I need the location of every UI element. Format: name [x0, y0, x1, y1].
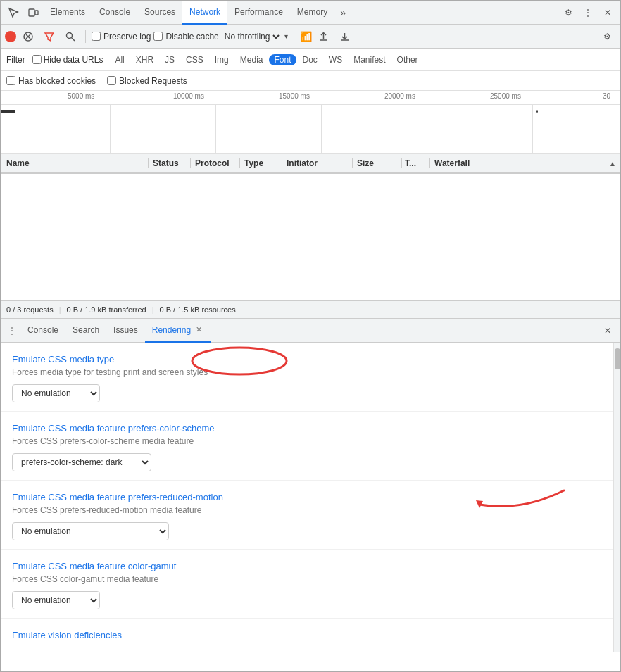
tab-memory[interactable]: Memory: [290, 1, 334, 25]
section-color-gamut: Emulate CSS media feature color-gamut Fo…: [1, 550, 613, 619]
filter-btn-img[interactable]: Img: [210, 54, 234, 65]
wifi-icon[interactable]: 📶: [300, 31, 312, 42]
filter-btn-font[interactable]: Font: [269, 54, 296, 65]
more-tabs-icon[interactable]: »: [336, 4, 350, 21]
waterfall-sort-icon: ▲: [609, 160, 616, 167]
search-icon[interactable]: [61, 27, 80, 46]
section-desc-prefers-color-scheme: Forces CSS prefers-color-scheme media fe…: [12, 436, 602, 446]
tick-20000: 20000 ms: [384, 92, 415, 100]
filter-label: Filter: [6, 55, 25, 65]
tab-elements[interactable]: Elements: [43, 1, 92, 25]
col-header-size[interactable]: Size: [353, 158, 402, 168]
tab-sources[interactable]: Sources: [137, 1, 182, 25]
timeline-bar: [1, 110, 15, 113]
settings-icon[interactable]: ⚙: [558, 3, 578, 23]
prefers-color-scheme-select[interactable]: No emulation prefers-color-scheme: light…: [12, 453, 151, 471]
scrollbar-thumb[interactable]: [615, 348, 620, 369]
timeline-ticks: 5000 ms 10000 ms 15000 ms 20000 ms 25000…: [1, 91, 620, 105]
hide-data-urls-checkbox[interactable]: Hide data URLs: [32, 55, 104, 65]
network-table-body[interactable]: [1, 174, 620, 300]
has-blocked-cookies-checkbox[interactable]: Has blocked cookies: [6, 76, 96, 86]
rendering-tab-close[interactable]: ✕: [194, 325, 203, 335]
tab-performance[interactable]: Performance: [227, 1, 290, 25]
svg-point-6: [67, 32, 73, 38]
color-gamut-select[interactable]: No emulation srgb p3 rec2020: [12, 591, 100, 609]
throttle-select[interactable]: No throttling Fast 3G Slow 3G Offline: [222, 31, 282, 42]
bottom-tab-search[interactable]: Search: [65, 319, 106, 343]
bottom-tab-rendering[interactable]: Rendering ✕: [145, 319, 211, 343]
bottom-tabs-bar: ⋮ Console Search Issues Rendering ✕ ✕: [1, 319, 620, 343]
device-toolbar-icon[interactable]: [23, 3, 43, 23]
blocked-requests-input[interactable]: [107, 76, 116, 85]
bottom-tab-issues[interactable]: Issues: [106, 319, 145, 343]
col-header-protocol[interactable]: Protocol: [191, 158, 240, 168]
requests-count: 0 / 3 requests: [6, 305, 54, 314]
preserve-log-input[interactable]: [92, 32, 101, 41]
close-bottom-panel-icon[interactable]: ✕: [598, 321, 617, 341]
tab-console[interactable]: Console: [92, 1, 137, 25]
filter-btn-js[interactable]: JS: [160, 54, 180, 65]
transferred-size: 0 B / 1.9 kB transferred: [67, 305, 146, 314]
section-desc-prefers-reduced-motion: Forces CSS prefers-reduced-motion media …: [12, 505, 602, 515]
tick-30: 30: [603, 92, 610, 100]
tick-25000: 25000 ms: [490, 92, 521, 100]
col-header-time[interactable]: T...: [402, 158, 430, 168]
hide-data-urls-input[interactable]: [32, 55, 42, 64]
close-devtools-icon[interactable]: ✕: [598, 3, 617, 23]
filter-type-buttons: All XHR JS CSS Img Media Font Doc WS Man…: [110, 54, 422, 65]
section-vision-deficiencies: Emulate vision deficiencies: [1, 619, 613, 652]
drag-handle-icon[interactable]: ⋮: [4, 326, 20, 336]
col-header-name[interactable]: Name: [1, 158, 149, 168]
bottom-tab-console[interactable]: Console: [20, 319, 65, 343]
tab-network[interactable]: Network: [182, 1, 227, 25]
filter-btn-doc[interactable]: Doc: [298, 54, 322, 65]
section-prefers-reduced-motion: Emulate CSS media feature prefers-reduce…: [1, 481, 613, 550]
disable-cache-input[interactable]: [153, 32, 163, 41]
col-header-waterfall[interactable]: Waterfall ▲: [430, 158, 620, 168]
blocked-requests-checkbox[interactable]: Blocked Requests: [107, 76, 187, 86]
svg-marker-5: [45, 33, 54, 41]
rendering-panel[interactable]: Emulate CSS media type Forces media type…: [1, 343, 613, 652]
filter-row: Filter Hide data URLs All XHR JS CSS Img…: [1, 49, 620, 71]
section-title-css-media-type: Emulate CSS media type: [12, 354, 602, 364]
col-header-initiator[interactable]: Initiator: [282, 158, 353, 168]
bottom-panel: ⋮ Console Search Issues Rendering ✕ ✕ Em…: [1, 319, 620, 652]
filter-btn-media[interactable]: Media: [235, 54, 268, 65]
toolbar-divider-1: [85, 30, 86, 43]
prefers-reduced-motion-select[interactable]: No emulation prefers-reduced-motion: red…: [12, 522, 169, 540]
status-bar: 0 / 3 requests | 0 B / 1.9 kB transferre…: [1, 300, 620, 319]
rendering-content: Emulate CSS media type Forces media type…: [1, 343, 620, 652]
css-media-type-select[interactable]: No emulation print screen: [12, 384, 100, 402]
download-icon[interactable]: [336, 27, 354, 46]
filter-icon[interactable]: [40, 27, 58, 46]
filter-btn-all[interactable]: All: [110, 54, 129, 65]
blocked-row: Has blocked cookies Blocked Requests: [1, 71, 620, 91]
disable-cache-checkbox[interactable]: Disable cache: [153, 32, 218, 42]
preserve-log-checkbox[interactable]: Preserve log: [92, 32, 151, 42]
section-title-prefers-reduced-motion: Emulate CSS media feature prefers-reduce…: [12, 492, 602, 502]
top-tab-bar: Elements Console Sources Network Perform…: [1, 1, 620, 25]
record-button[interactable]: [5, 31, 16, 42]
filter-btn-xhr[interactable]: XHR: [131, 54, 158, 65]
tick-5000: 5000 ms: [68, 92, 94, 100]
section-prefers-color-scheme: Emulate CSS media feature prefers-color-…: [1, 412, 613, 481]
throttle-arrow-icon: ▾: [284, 32, 288, 40]
upload-icon[interactable]: [315, 27, 333, 46]
col-header-type[interactable]: Type: [240, 158, 282, 168]
filter-btn-ws[interactable]: WS: [324, 54, 347, 65]
table-header: Name Status Protocol Type Initiator Size…: [1, 154, 620, 174]
section-css-media-type: Emulate CSS media type Forces media type…: [1, 343, 613, 412]
filter-btn-css[interactable]: CSS: [181, 54, 208, 65]
network-settings-icon[interactable]: ⚙: [598, 27, 616, 46]
filter-btn-other[interactable]: Other: [392, 54, 423, 65]
scrollbar-track[interactable]: [613, 343, 620, 652]
resources-size: 0 B / 1.5 kB resources: [160, 305, 236, 314]
timeline-bar-area: [1, 105, 620, 154]
col-header-status[interactable]: Status: [149, 158, 191, 168]
clear-icon[interactable]: [19, 27, 37, 46]
inspect-element-icon[interactable]: [4, 3, 23, 23]
filter-btn-manifest[interactable]: Manifest: [349, 54, 390, 65]
more-options-icon[interactable]: ⋮: [578, 3, 598, 23]
svg-line-7: [72, 37, 75, 41]
has-blocked-cookies-input[interactable]: [6, 76, 15, 85]
